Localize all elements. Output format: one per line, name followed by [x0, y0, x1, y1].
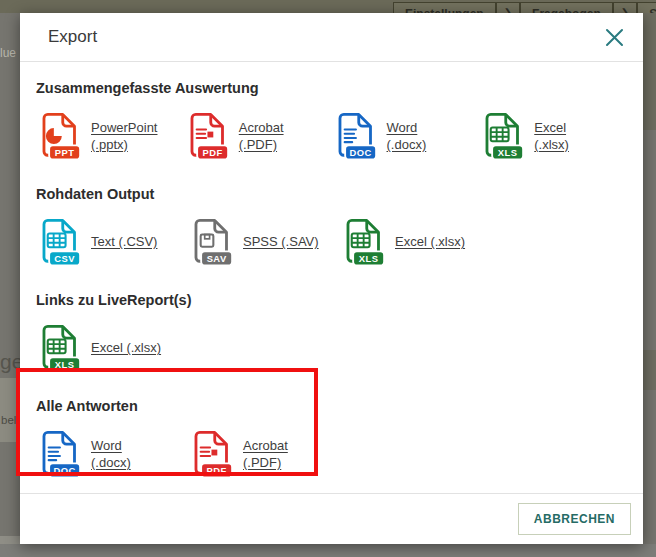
svg-text:SAV: SAV: [207, 254, 227, 264]
chevron-right-icon: ❯: [613, 2, 637, 13]
export-item-label: Word (.docx): [91, 438, 131, 472]
svg-text:DOC: DOC: [349, 148, 371, 158]
section-heading: Links zu LiveReport(s): [36, 292, 627, 308]
export-word-docx-all-link[interactable]: DOC Word (.docx): [36, 429, 188, 480]
dialog-footer: ABBRECHEN: [20, 493, 643, 544]
spss-file-icon: SAV: [188, 217, 234, 268]
export-item-label: Excel (.xlsx): [534, 120, 569, 154]
background-tab-sprache[interactable]: Sprache: [637, 2, 656, 13]
dialog-header: Export: [20, 13, 643, 62]
backdrop-right-olive-patch2: [643, 350, 656, 390]
export-section-alle-antworten: Alle Antworten DOC Word (.docx) PDF Acro…: [36, 398, 627, 486]
export-excel-xlsx-link[interactable]: XLS Excel (.xlsx): [479, 111, 627, 162]
close-icon[interactable]: [603, 26, 625, 48]
export-item-label: PowerPoint (.pptx): [91, 120, 157, 154]
export-items-row: CSV Text (.CSV) SAV SPSS (.SAV) XLS Exce…: [36, 217, 627, 274]
export-sections: Zusammengefasste Auswertung PPT PowerPoi…: [20, 80, 643, 486]
backdrop-left-light-patch: [0, 378, 20, 442]
export-powerpoint-pptx-link[interactable]: PPT PowerPoint (.pptx): [36, 111, 184, 162]
export-item-label: Excel (.xlsx): [91, 340, 161, 357]
export-section-links-zu-livereport-s: Links zu LiveReport(s) XLS Excel (.xlsx): [36, 292, 627, 380]
backdrop-right-olive-patch: [643, 13, 656, 130]
svg-text:XLS: XLS: [55, 360, 75, 370]
dialog-title: Export: [48, 27, 603, 47]
excel-file-icon: XLS: [479, 111, 525, 162]
svg-text:PDF: PDF: [207, 466, 227, 476]
word-file-icon: DOC: [36, 429, 82, 480]
export-section-rohdaten-output: Rohdaten Output CSV Text (.CSV) SAV SPSS…: [36, 186, 627, 274]
export-items-row: PPT PowerPoint (.pptx) PDF Acrobat (.PDF…: [36, 111, 627, 168]
powerpoint-file-icon: PPT: [36, 111, 82, 162]
svg-text:CSV: CSV: [54, 254, 75, 264]
excel-file-icon: XLS: [340, 217, 386, 268]
svg-text:DOC: DOC: [54, 466, 76, 476]
chevron-right-icon: ❯: [496, 2, 520, 13]
excel-file-icon: XLS: [36, 323, 82, 374]
backdrop-text-fragment: lue: [0, 46, 16, 60]
svg-text:XLS: XLS: [359, 254, 379, 264]
export-items-row: XLS Excel (.xlsx): [36, 323, 627, 380]
background-tab-einstellungen[interactable]: Einstellungen: [393, 2, 496, 13]
background-nav-tabs: Einstellungen❯Fragebogen❯Sprache: [393, 2, 656, 13]
export-spss-sav-link[interactable]: SAV SPSS (.SAV): [188, 217, 340, 268]
export-section-zusammengefasste-auswertung: Zusammengefasste Auswertung PPT PowerPoi…: [36, 80, 627, 168]
export-item-label: Excel (.xlsx): [395, 234, 465, 251]
export-excel-xlsx-livereport-link[interactable]: XLS Excel (.xlsx): [36, 323, 188, 374]
screen: lue ge bell Einstellungen❯Fragebogen❯Spr…: [0, 0, 656, 557]
export-word-docx-link[interactable]: DOC Word (.docx): [332, 111, 480, 162]
backdrop-bottom-strip: [0, 544, 656, 557]
section-heading: Rohdaten Output: [36, 186, 627, 202]
csv-file-icon: CSV: [36, 217, 82, 268]
svg-text:XLS: XLS: [498, 148, 518, 158]
acrobat-file-icon: PDF: [184, 111, 230, 162]
section-heading: Alle Antworten: [36, 398, 627, 414]
word-file-icon: DOC: [332, 111, 378, 162]
backdrop-text-fragment: bell: [1, 414, 19, 426]
acrobat-file-icon: PDF: [188, 429, 234, 480]
export-acrobat-pdf-link[interactable]: PDF Acrobat (.PDF): [184, 111, 332, 162]
export-text-csv-link[interactable]: CSV Text (.CSV): [36, 217, 188, 268]
export-item-label: Acrobat (.PDF): [239, 120, 284, 154]
export-item-label: Text (.CSV): [91, 234, 157, 251]
export-items-row: DOC Word (.docx) PDF Acrobat (.PDF): [36, 429, 627, 486]
svg-text:PPT: PPT: [55, 148, 75, 158]
export-item-label: SPSS (.SAV): [243, 234, 319, 251]
export-item-label: Acrobat (.PDF): [243, 438, 288, 472]
export-acrobat-pdf-all-link[interactable]: PDF Acrobat (.PDF): [188, 429, 340, 480]
background-tab-fragebogen[interactable]: Fragebogen: [520, 2, 613, 13]
export-item-label: Word (.docx): [387, 120, 427, 154]
export-excel-xlsx-link[interactable]: XLS Excel (.xlsx): [340, 217, 492, 268]
section-heading: Zusammengefasste Auswertung: [36, 80, 627, 96]
cancel-button[interactable]: ABBRECHEN: [518, 503, 631, 535]
background-top-bar: Einstellungen❯Fragebogen❯Sprache: [0, 0, 656, 13]
svg-text:PDF: PDF: [202, 148, 222, 158]
export-dialog: Export Zusammengefasste Auswertung PPT P…: [20, 13, 643, 544]
